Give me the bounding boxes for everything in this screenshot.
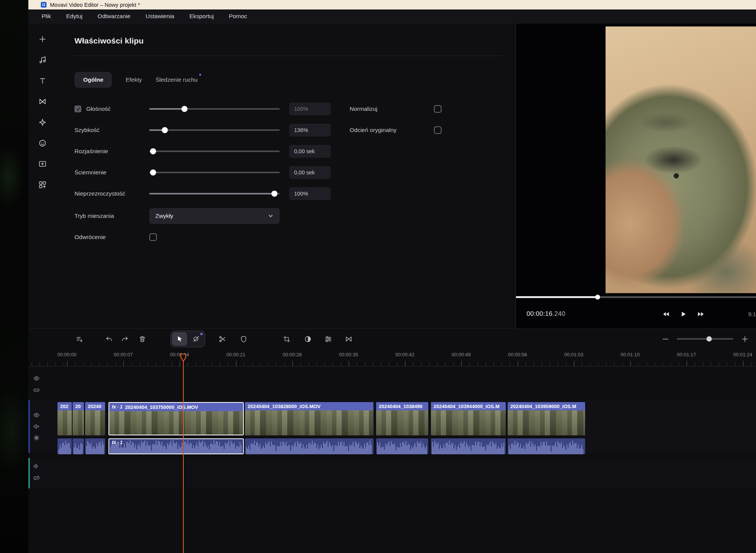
clip-thumbnails — [57, 410, 72, 435]
clip-audio-waveform[interactable]: fx · 1 — [108, 438, 244, 454]
speaker-icon[interactable] — [33, 463, 40, 469]
snap-toggle-button[interactable] — [189, 332, 204, 346]
fade-out-value[interactable]: 0,00 sek — [289, 166, 331, 179]
timeline-empty-area[interactable] — [28, 488, 756, 553]
original-tint-checkbox[interactable] — [434, 126, 442, 134]
settings-sliders-button[interactable] — [321, 332, 335, 346]
reverse-checkbox[interactable] — [149, 233, 157, 241]
more-tools-button[interactable] — [38, 180, 48, 190]
zoom-handle[interactable] — [706, 336, 712, 342]
eye-icon[interactable] — [33, 375, 40, 382]
playback-progress-bar[interactable] — [516, 296, 756, 298]
audio-track-header — [28, 458, 57, 488]
fast-forward-button[interactable] — [697, 311, 705, 318]
transition-button[interactable] — [341, 332, 356, 346]
clip-audio-waveform[interactable] — [245, 438, 373, 454]
mute-speaker-icon[interactable] — [33, 423, 40, 430]
volume-slider[interactable] — [149, 106, 280, 112]
menu-bar: Plik Edytuj Odtwarzanie Ustawienia Ekspo… — [28, 9, 756, 23]
plus-icon — [741, 335, 749, 343]
fade-in-value[interactable]: 0,00 sek — [289, 145, 331, 158]
menu-pomoc[interactable]: Pomoc — [229, 13, 247, 20]
ruler-label: 00:00:21 — [226, 352, 246, 357]
current-time: 00:00:16.240 — [527, 310, 565, 318]
redo-icon — [121, 335, 129, 343]
window-title: Movavi Video Editor – Nowy projekt * — [50, 2, 140, 8]
zoom-slider[interactable] — [677, 336, 733, 342]
clip-audio-waveform[interactable] — [376, 438, 428, 454]
clip-audio-waveform[interactable] — [73, 438, 84, 454]
marker-button[interactable] — [236, 332, 251, 346]
clip-audio-waveform[interactable] — [85, 438, 105, 454]
speed-slider[interactable] — [149, 127, 280, 133]
minus-icon — [662, 335, 669, 343]
speed-value[interactable]: 136% — [289, 124, 331, 137]
menu-ustawienia[interactable]: Ustawienia — [146, 13, 174, 20]
clip-audio-waveform[interactable] — [431, 438, 506, 454]
effects-button[interactable] — [38, 117, 48, 127]
select-tool-button[interactable] — [172, 332, 187, 346]
audio-button[interactable] — [38, 55, 48, 65]
tool-selector — [170, 331, 205, 347]
capture-button[interactable] — [38, 159, 48, 169]
crop-button[interactable] — [279, 332, 294, 346]
unlink-icon[interactable] — [33, 475, 40, 481]
music-note-icon — [38, 56, 47, 64]
blend-mode-dropdown[interactable]: Zwykły — [149, 208, 280, 224]
fade-out-slider[interactable] — [149, 169, 280, 176]
transitions-button[interactable] — [38, 96, 48, 106]
menu-odtwarzanie[interactable]: Odtwarzanie — [98, 13, 130, 20]
menu-edytuj[interactable]: Edytuj — [66, 13, 82, 20]
ruler-label: 00:00:35 — [339, 352, 358, 357]
normalize-checkbox[interactable] — [434, 105, 442, 113]
link-icon[interactable] — [33, 387, 40, 393]
stickers-button[interactable] — [38, 138, 48, 148]
timeline-ruler[interactable]: 00:00:00 00:00:07 00:00:14 00:00:21 00:0… — [28, 349, 756, 367]
clip-audio-waveform[interactable] — [508, 438, 585, 454]
play-button[interactable] — [680, 311, 687, 318]
contrast-icon — [304, 335, 312, 343]
audio-track-lane[interactable] — [57, 458, 756, 488]
undo-button[interactable] — [102, 332, 116, 346]
zoom-in-button[interactable] — [740, 332, 749, 346]
volume-checkbox[interactable] — [74, 106, 81, 112]
clip-audio-waveform[interactable] — [57, 438, 72, 454]
rewind-button[interactable] — [663, 311, 670, 318]
clip-thumbnails — [245, 410, 373, 435]
import-media-button[interactable] — [38, 34, 48, 44]
desktop-background — [0, 0, 28, 553]
fade-in-slider[interactable] — [149, 148, 280, 154]
tab-efekty[interactable]: Efekty — [125, 76, 142, 83]
pointer-icon — [176, 335, 183, 343]
volume-value[interactable]: 100% — [289, 103, 331, 115]
redo-button[interactable] — [118, 332, 132, 346]
tab-ogolne[interactable]: Ogólne — [74, 72, 112, 88]
effects-snowflake-icon[interactable] — [33, 435, 40, 441]
blend-mode-value: Zwykły — [155, 213, 173, 219]
speed-label: Szybkość — [74, 127, 99, 134]
video-preview[interactable] — [606, 26, 756, 293]
add-track-button[interactable] — [72, 332, 87, 346]
title-bar: Movavi Video Editor – Nowy projekt * — [28, 0, 756, 9]
play-icon — [680, 311, 687, 318]
tab-sledzenie-ruchu[interactable]: Śledzenie ruchu — [155, 76, 197, 83]
smiley-icon — [38, 139, 47, 148]
fade-in-row: Rozjaśnienie 0,00 sek — [74, 141, 509, 162]
video-track-color — [28, 400, 30, 453]
menu-eksportuj[interactable]: Eksportuj — [189, 13, 214, 20]
cut-button[interactable] — [215, 332, 229, 346]
opacity-value[interactable]: 100% — [289, 187, 331, 200]
zoom-out-button[interactable] — [661, 332, 670, 346]
eye-icon[interactable] — [33, 412, 40, 418]
video-track-lane[interactable]: 202 20 20240 fx · 120240404_103750000_iO… — [57, 400, 756, 453]
overlay-track — [28, 372, 756, 396]
progress-handle[interactable] — [595, 295, 600, 300]
overlay-track-lane[interactable] — [57, 372, 756, 396]
delete-button[interactable] — [135, 332, 149, 346]
progress-fill — [516, 296, 598, 298]
volume-label: Głośność — [86, 106, 111, 112]
menu-plik[interactable]: Plik — [42, 13, 51, 20]
opacity-slider[interactable] — [149, 191, 280, 197]
color-adjust-button[interactable] — [301, 332, 315, 346]
titles-button[interactable] — [38, 76, 48, 85]
